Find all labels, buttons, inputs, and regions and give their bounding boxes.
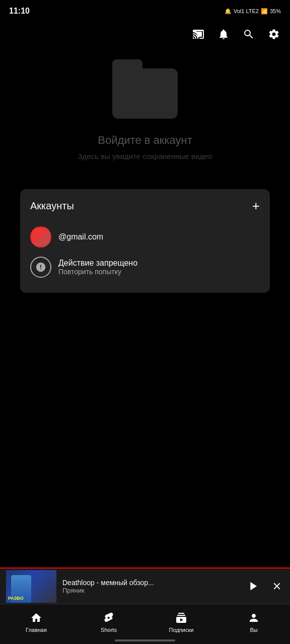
mini-player-channel: Пряник [62, 587, 239, 594]
nav-item-home[interactable]: Главная [16, 611, 56, 633]
mini-player-controls [245, 578, 284, 594]
error-subtitle: Повторить попытку [58, 268, 137, 276]
error-icon [30, 257, 51, 278]
accounts-header: Аккаунты + [30, 199, 260, 212]
home-icon [29, 611, 43, 625]
mini-player-info: Deathloop - мемный обзор... Пряник [62, 579, 239, 594]
error-item[interactable]: Действие запрещено Повторить попытку [30, 252, 260, 283]
signal-icon: 🔔 [225, 8, 232, 15]
mini-player-title: Deathloop - мемный обзор... [62, 579, 239, 587]
error-text: Действие запрещено Повторить попытку [58, 259, 137, 276]
nav-item-shorts[interactable]: Shorts [89, 611, 129, 633]
nav-label-shorts: Shorts [101, 627, 117, 633]
network-icon: Vol1 LTE2 [234, 8, 259, 14]
accounts-title: Аккаунты [30, 200, 74, 212]
status-bar: 11:10 🔔 Vol1 LTE2 📶 35% [0, 0, 290, 20]
toolbar [0, 20, 290, 48]
status-icons: 🔔 Vol1 LTE2 📶 35% [225, 8, 281, 15]
cast-icon[interactable] [191, 27, 205, 41]
you-icon [247, 611, 261, 625]
add-account-button[interactable]: + [252, 199, 260, 212]
mini-thumbnail: РАЗБО [6, 570, 56, 603]
account-email: @gmail.com [58, 232, 103, 242]
main-content: Войдите в аккаунт Здесь вы увидите сохра… [0, 48, 290, 543]
status-time: 11:10 [9, 7, 30, 16]
nav-item-subscriptions[interactable]: Подписки [161, 611, 201, 633]
subscriptions-icon [174, 611, 188, 625]
bottom-nav: Главная Shorts Подписки Вы [0, 604, 290, 644]
nav-item-you[interactable]: Вы [234, 611, 274, 633]
settings-icon[interactable] [267, 27, 281, 41]
error-title: Действие запрещено [58, 259, 137, 268]
nav-label-you: Вы [250, 627, 257, 633]
avatar [30, 226, 51, 248]
mini-close-button[interactable] [270, 579, 284, 593]
mini-player[interactable]: РАЗБО Deathloop - мемный обзор... Пряник [0, 568, 290, 604]
account-item[interactable]: @gmail.com [30, 222, 260, 252]
mini-play-button[interactable] [245, 578, 261, 594]
nav-label-subscriptions: Подписки [169, 627, 194, 633]
accounts-popup: Аккаунты + @gmail.com Действие запрещено… [20, 189, 270, 293]
nav-label-home: Главная [26, 627, 47, 633]
bell-icon[interactable] [216, 27, 231, 41]
network-type: 📶 [261, 8, 268, 15]
shorts-icon [102, 611, 116, 625]
search-icon[interactable] [242, 27, 256, 41]
battery-text: 35% [270, 8, 281, 14]
home-indicator [115, 639, 175, 641]
